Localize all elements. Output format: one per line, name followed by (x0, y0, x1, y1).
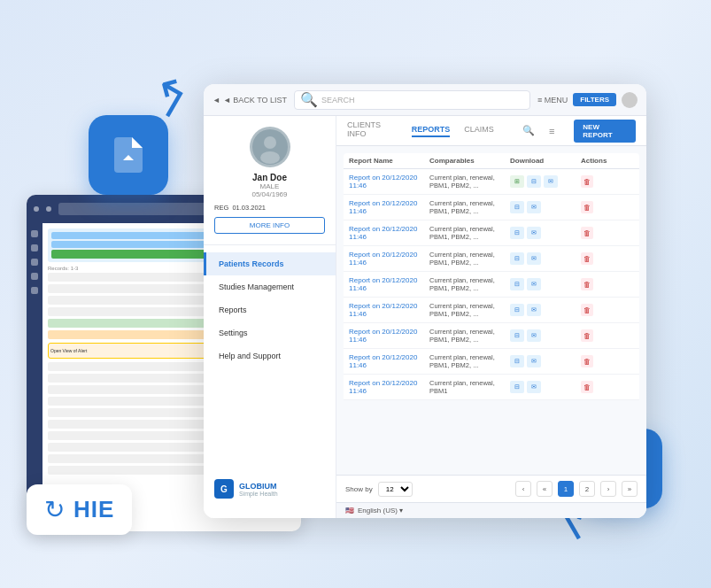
download-pdf-icon[interactable]: ⊟ (510, 329, 524, 342)
sidebar: Jan Doe MALE 05/04/1969 REG 01.03.2021 M… (204, 116, 336, 518)
page-2-button[interactable]: 2 (579, 481, 595, 497)
col-report-name: Report Name (349, 157, 429, 165)
delete-action-icon[interactable]: 🗑 (581, 381, 593, 393)
svg-point-4 (260, 151, 280, 164)
back-arrow-icon: ◄ (213, 96, 220, 104)
download-pdf2-icon[interactable]: ✉ (544, 175, 558, 188)
delete-action-icon[interactable]: 🗑 (581, 304, 593, 316)
download-pdf2-icon[interactable]: ✉ (527, 278, 541, 290)
report-name-link[interactable]: Report on 20/12/2020 11:46 (349, 379, 429, 395)
sidebar-item-help[interactable]: Help and Support (204, 344, 336, 368)
download-pdf-icon[interactable]: ⊟ (510, 201, 524, 213)
report-comparables: Current plan, renewal, PBM1, PBM2, ... (429, 353, 510, 369)
report-comparables: Current plan, renewal, PBM1, PBM2, ... (429, 276, 510, 292)
download-pdf2-icon[interactable]: ✉ (527, 252, 541, 265)
more-info-button[interactable]: MORE INFO (214, 217, 325, 234)
search-box[interactable]: 🔍 SEARCH (294, 90, 530, 110)
topbar-right: ≡ MENU FILTERS (537, 92, 638, 108)
delete-action-icon[interactable]: 🗑 (581, 227, 593, 239)
prev-page-button[interactable]: ‹ (515, 481, 531, 497)
upload-icon (107, 134, 150, 176)
tab-claims[interactable]: CLAIMS (464, 125, 494, 137)
hie-badge: ↻ HIE (27, 484, 132, 535)
download-icons: ⊟✉ (510, 227, 581, 239)
download-pdf-icon[interactable]: ⊟ (510, 227, 524, 239)
delete-action-icon[interactable]: 🗑 (581, 355, 593, 368)
download-pdf-icon[interactable]: ⊟ (510, 252, 524, 265)
patient-profile: Jan Doe MALE 05/04/1969 REG 01.03.2021 M… (204, 127, 336, 245)
report-name-link[interactable]: Report on 20/12/2020 11:46 (349, 328, 429, 344)
table-row: Report on 20/12/2020 11:46Current plan, … (344, 220, 639, 246)
prev2-page-button[interactable]: « (537, 481, 553, 497)
tab-clients-info[interactable]: CLIENTS INFO (347, 120, 398, 142)
sidebar-item-studies-management[interactable]: Studies Management (204, 275, 336, 298)
sidebar-item-patients-records[interactable]: Patients Records (204, 252, 336, 275)
language-select[interactable]: English (US) ▾ (358, 507, 403, 514)
download-pdf2-icon[interactable]: ✉ (527, 304, 541, 316)
tab-search-icon[interactable]: 🔍 (522, 125, 535, 136)
delete-action-icon[interactable]: 🗑 (581, 252, 593, 265)
report-name-link[interactable]: Report on 20/12/2020 11:46 (349, 353, 429, 369)
download-pdf-icon[interactable]: ⊟ (510, 304, 524, 316)
patient-avatar (250, 127, 290, 167)
download-icons: ⊟✉ (510, 252, 581, 265)
upload-icon-box (89, 115, 168, 195)
download-pdf2-icon[interactable]: ✉ (527, 329, 541, 342)
action-icons: 🗑 (581, 381, 634, 393)
report-comparables: Current plan, renewal, PBM1, PBM2, ... (429, 225, 510, 241)
pagination: Show by 12 24 48 ‹ « 1 2 › » (336, 475, 646, 502)
patient-name: Jan Doe (214, 173, 325, 182)
sidebar-item-settings[interactable]: Settings (204, 321, 336, 344)
brand-name: GLOBIUM (239, 482, 278, 491)
report-comparables: Current plan, renewal, PBM1 (429, 379, 510, 395)
action-icons: 🗑 (581, 227, 634, 239)
filters-button[interactable]: FILTERS (573, 93, 616, 106)
download-pdf2-icon[interactable]: ✉ (527, 381, 541, 393)
next-page-button[interactable]: › (600, 481, 616, 497)
delete-action-icon[interactable]: 🗑 (581, 278, 593, 290)
download-icons: ⊟✉ (510, 355, 581, 368)
download-xls-icon[interactable]: ⊞ (510, 175, 524, 188)
delete-action-icon[interactable]: 🗑 (581, 201, 593, 213)
report-name-link[interactable]: Report on 20/12/2020 11:46 (349, 174, 429, 190)
download-pdf2-icon[interactable]: ✉ (527, 227, 541, 239)
download-icons: ⊟✉ (510, 381, 581, 393)
user-avatar[interactable] (622, 92, 638, 108)
delete-action-icon[interactable]: 🗑 (581, 329, 593, 342)
new-report-button[interactable]: NEW REPORT (574, 120, 636, 143)
table-row: Report on 20/12/2020 11:46Current plan, … (344, 246, 639, 272)
show-by-label: Show by (345, 485, 373, 493)
tab-filter-icon[interactable]: ≡ (549, 126, 554, 136)
download-pdf-icon[interactable]: ⊟ (510, 381, 524, 393)
report-name-link[interactable]: Report on 20/12/2020 11:46 (349, 225, 429, 241)
sidebar-item-reports[interactable]: Reports (204, 298, 336, 321)
table-row: Report on 20/12/2020 11:46Current plan, … (344, 169, 639, 195)
action-icons: 🗑 (581, 201, 634, 213)
svg-point-3 (264, 136, 276, 149)
delete-action-icon[interactable]: 🗑 (581, 175, 593, 188)
back-to-list-button[interactable]: ◄ ◄ BACK TO LIST (213, 96, 287, 104)
download-pdf2-icon[interactable]: ✉ (527, 355, 541, 368)
hie-label: HIE (73, 496, 114, 523)
download-pdf-icon[interactable]: ⊟ (510, 355, 524, 368)
col-actions: Actions (581, 157, 634, 165)
search-icon: 🔍 (300, 91, 318, 108)
page-1-button[interactable]: 1 (558, 481, 574, 497)
download-pdf-icon[interactable]: ⊟ (510, 278, 524, 290)
report-name-link[interactable]: Report on 20/12/2020 11:46 (349, 199, 429, 215)
patient-photo (252, 129, 288, 165)
tab-reports[interactable]: REPORTS (412, 125, 451, 137)
page-size-select[interactable]: 12 24 48 (378, 482, 413, 497)
hie-sync-icon: ↻ (44, 495, 65, 524)
next2-page-button[interactable]: » (622, 481, 638, 497)
menu-button[interactable]: ≡ MENU (537, 96, 568, 104)
download-pdf2-icon[interactable]: ✉ (527, 201, 541, 213)
report-name-link[interactable]: Report on 20/12/2020 11:46 (349, 251, 429, 267)
download-icons: ⊟✉ (510, 304, 581, 316)
card-body: Jan Doe MALE 05/04/1969 REG 01.03.2021 M… (204, 116, 646, 518)
report-name-link[interactable]: Report on 20/12/2020 11:46 (349, 302, 429, 318)
report-name-link[interactable]: Report on 20/12/2020 11:46 (349, 276, 429, 292)
report-comparables: Current plan, renewal, PBM1, PBM2, ... (429, 302, 510, 318)
download-pdf-icon[interactable]: ⊟ (527, 175, 541, 188)
search-placeholder: SEARCH (321, 96, 355, 104)
